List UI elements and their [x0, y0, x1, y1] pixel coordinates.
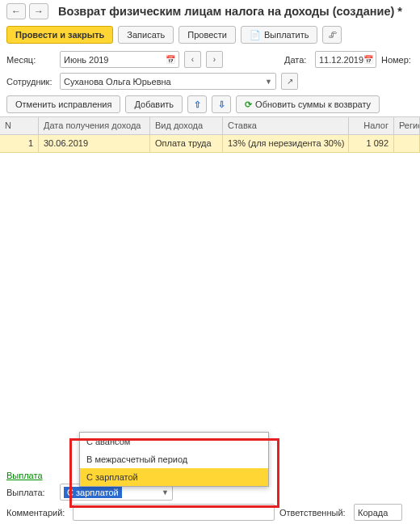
cell-n: 1 [0, 135, 39, 152]
payment-label: Выплата: [6, 488, 55, 497]
income-table: N Дата получения дохода Вид дохода Ставк… [0, 116, 420, 468]
arrow-up-icon: ⇧ [194, 99, 201, 110]
month-label: Месяц: [6, 55, 55, 65]
move-up-button[interactable]: ⇧ [187, 95, 207, 113]
pay-label: Выплатить [264, 30, 309, 40]
responsible-label: Ответственный: [279, 508, 349, 518]
responsible-input[interactable]: Корада [354, 504, 402, 521]
cell-tax: 1 092 [349, 135, 394, 152]
chevron-down-icon: ▼ [162, 488, 169, 497]
col-date[interactable]: Дата получения дохода [39, 117, 150, 134]
comment-input[interactable] [73, 504, 275, 521]
calendar-icon: 📅 [363, 55, 373, 64]
arrow-down-icon: ⇩ [218, 99, 225, 110]
dropdown-option-salary[interactable]: С зарплатой [80, 468, 268, 486]
chevron-down-icon: ▼ [265, 78, 272, 86]
date-input[interactable]: 11.12.2019 📅 [315, 51, 376, 68]
cell-type: Оплата труда [150, 135, 223, 152]
nav-forward[interactable]: → [29, 3, 48, 19]
move-down-button[interactable]: ⇩ [212, 95, 231, 113]
refresh-icon: ⟳ [245, 99, 252, 110]
cancel-fix-button[interactable]: Отменить исправления [6, 95, 120, 113]
employee-label: Сотрудник: [6, 77, 55, 87]
save-button[interactable]: Записать [118, 26, 174, 44]
date-label: Дата: [284, 55, 310, 65]
employee-open[interactable]: ↗ [281, 73, 298, 90]
month-value: Июнь 2019 [64, 55, 109, 65]
payment-dropdown: С авансом В межрасчетный период С зарпла… [79, 432, 269, 487]
calendar-icon: 📅 [166, 55, 175, 64]
dropdown-option-advance[interactable]: С авансом [80, 433, 268, 450]
refresh-label: Обновить суммы к возврату [255, 99, 371, 109]
post-button[interactable]: Провести [178, 26, 236, 44]
page-title: Возврат физическим лицам налога на доход… [58, 5, 402, 18]
month-prev[interactable]: ‹ [184, 51, 201, 68]
date-value: 11.12.2019 [319, 55, 363, 65]
col-type[interactable]: Вид дохода [150, 117, 223, 134]
cell-date: 30.06.2019 [39, 135, 150, 152]
comment-label: Комментарий: [6, 508, 68, 518]
employee-input[interactable]: Суханова Ольга Юрьевна ▼ [60, 73, 276, 90]
post-close-button[interactable]: Провести и закрыть [6, 26, 113, 44]
table-empty [0, 153, 420, 468]
table-header: N Дата получения дохода Вид дохода Ставк… [0, 117, 420, 135]
payment-value: С зарплатой [64, 487, 122, 498]
month-next[interactable]: › [206, 51, 223, 68]
nav-back[interactable]: ← [6, 3, 26, 19]
refresh-amounts-button[interactable]: ⟳ Обновить суммы к возврату [236, 95, 380, 113]
cell-rate: 13% (для нерезидента 30%) [223, 135, 349, 152]
payment-link[interactable]: Выплата [6, 471, 43, 480]
document-icon: 📄 [250, 30, 261, 40]
responsible-value: Корада [358, 508, 388, 518]
add-button[interactable]: Добавить [125, 95, 183, 113]
col-reg[interactable]: Регис [394, 117, 420, 134]
pay-button[interactable]: 📄 Выплатить [241, 26, 317, 44]
col-tax[interactable]: Налог [349, 117, 394, 134]
dropdown-option-interperiod[interactable]: В межрасчетный период [80, 450, 268, 468]
number-label: Номер: [381, 55, 414, 65]
attachment-button[interactable]: 🖇 [322, 26, 342, 44]
col-n[interactable]: N [0, 117, 39, 134]
employee-value: Суханова Ольга Юрьевна [64, 77, 171, 87]
table-row[interactable]: 1 30.06.2019 Оплата труда 13% (для нерез… [0, 135, 420, 153]
month-input[interactable]: Июнь 2019 📅 [60, 51, 179, 68]
cell-reg [394, 135, 420, 152]
paperclip-icon: 🖇 [328, 30, 337, 40]
col-rate[interactable]: Ставка [223, 117, 349, 134]
